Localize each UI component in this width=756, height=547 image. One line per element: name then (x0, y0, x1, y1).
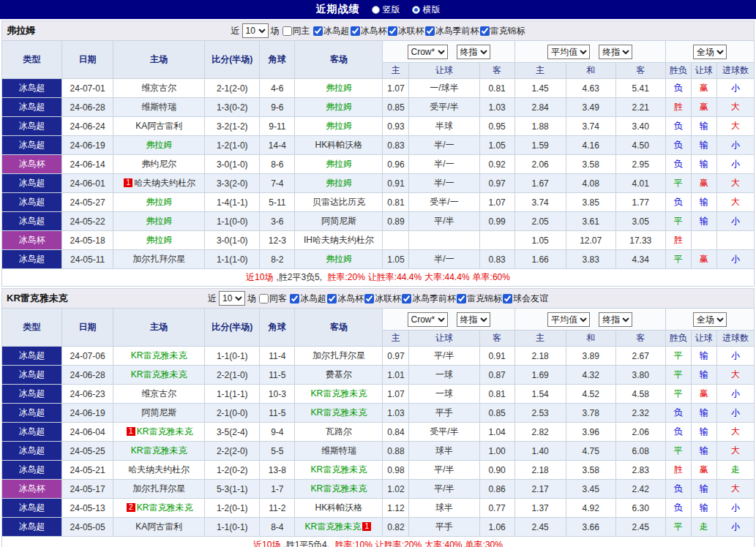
home-team-name[interactable]: 弗约尼尔 (141, 159, 176, 169)
home-team-name[interactable]: KR雷克雅未克 (131, 369, 187, 380)
home-team: 弗约尼尔 (113, 155, 205, 174)
away-team-name[interactable]: KR雷克雅未克 (311, 464, 367, 475)
home-team-name[interactable]: 维京古尔 (141, 388, 176, 399)
away-odds: 0.87 (479, 366, 514, 385)
away-odds: 0.99 (479, 212, 514, 231)
league-checkbox[interactable] (425, 26, 435, 36)
home-team-name[interactable]: KR雷克雅未克 (137, 426, 193, 437)
away-team-name[interactable]: KR雷克雅未克 (311, 407, 367, 418)
league-filter[interactable]: 冰岛季前杯 (401, 293, 456, 305)
away-team-name[interactable]: 贝雷达比历克 (312, 197, 365, 207)
home-team-name[interactable]: 阿简尼斯 (141, 407, 176, 418)
final-odds-select-2[interactable]: 终指 (599, 45, 632, 59)
result-goals: 小 (716, 385, 754, 404)
away-team-name[interactable]: 费基尔 (326, 369, 352, 380)
league-filter[interactable]: 雷克锦标 (479, 25, 525, 37)
away-team: 维斯特瑞 (295, 442, 383, 461)
home-team-name[interactable]: KR雷克雅未克 (137, 502, 193, 513)
league-checkbox[interactable] (327, 294, 337, 303)
home-odds: 1.12 (383, 499, 409, 518)
away-team-name[interactable]: 弗拉姆 (326, 178, 352, 188)
sub-col-avg-draw: 和 (566, 63, 615, 79)
home-team: 2KR雷克雅未克 (113, 499, 205, 518)
same-venue-checkbox[interactable] (282, 26, 292, 36)
away-team-name[interactable]: 弗拉姆 (326, 121, 352, 131)
match-date: 24-06-28 (62, 98, 113, 117)
match-count-select[interactable]: 10 (242, 23, 269, 38)
league-filter[interactable]: 冰联杯 (364, 293, 401, 305)
summary-segment: 近10场 (253, 540, 280, 547)
home-team-name[interactable]: 弗拉姆 (146, 216, 172, 226)
league-checkbox[interactable] (480, 26, 490, 36)
league-filter[interactable]: 冰岛超 (289, 293, 326, 305)
league-checkbox[interactable] (351, 26, 360, 36)
home-team-name[interactable]: 哈夫纳夫约杜尔 (134, 178, 195, 188)
away-team-name[interactable]: KR雷克雅未克 (311, 388, 367, 399)
home-team-name[interactable]: 弗拉姆 (146, 140, 172, 150)
away-team-name[interactable]: 弗拉姆 (326, 254, 352, 264)
average-odds-select[interactable]: 平均值 (547, 312, 590, 327)
result-handicap: 输 (691, 212, 716, 231)
scope-select[interactable]: 全场 (693, 312, 727, 327)
league-checkbox[interactable] (364, 294, 374, 303)
away-odds: 0.83 (479, 250, 514, 269)
home-team-name[interactable]: 加尔扎拜尔星 (132, 483, 185, 494)
away-team-name[interactable]: 弗拉姆 (326, 83, 352, 93)
away-team-name[interactable]: HK科帕沃格 (315, 140, 363, 150)
home-team-name[interactable]: 维京古尔 (141, 83, 176, 93)
league-filter[interactable]: 冰联杯 (387, 25, 424, 37)
corner-count: 10-3 (260, 385, 295, 404)
league-checkbox[interactable] (313, 26, 323, 36)
league-filter[interactable]: 冰岛超 (312, 25, 350, 37)
league-checkbox[interactable] (402, 294, 411, 303)
away-team-name[interactable]: KR雷克雅未克 (305, 521, 362, 532)
result-winloss: 负 (665, 136, 691, 155)
layout-vertical-radio[interactable]: 竖版 (372, 4, 400, 16)
final-odds-select[interactable]: 终指 (457, 45, 490, 59)
away-team-name[interactable]: 维斯特瑞 (321, 445, 356, 456)
final-odds-select-2[interactable]: 终指 (599, 312, 632, 327)
away-team-name[interactable]: KR雷克雅未克 (311, 483, 367, 494)
away-odds (479, 231, 514, 250)
same-venue-checkbox[interactable] (259, 294, 269, 303)
away-team-name[interactable]: 弗拉姆 (326, 102, 352, 112)
final-odds-select[interactable]: 终指 (457, 312, 490, 327)
same-venue-filter[interactable]: 同主 (282, 25, 310, 37)
away-team-name[interactable]: 瓦路尔 (326, 426, 352, 437)
league-filter[interactable]: 冰岛杯 (350, 25, 387, 37)
home-team-name[interactable]: KR雷克雅未克 (131, 445, 187, 456)
league-checkbox[interactable] (388, 26, 397, 36)
league-checkbox[interactable] (457, 294, 466, 303)
odds-company-select[interactable]: Crow* (408, 312, 448, 327)
home-team-name[interactable]: KR雷克雅未克 (131, 350, 187, 361)
away-team-name[interactable]: 加尔扎拜尔星 (312, 350, 365, 361)
layout-horizontal-radio[interactable]: 横版 (412, 4, 441, 16)
result-goals: 大 (716, 98, 754, 117)
league-checkbox[interactable] (290, 294, 299, 303)
home-team-name[interactable]: 弗拉姆 (146, 235, 172, 245)
home-team-name[interactable]: KA阿古雷利 (135, 521, 182, 532)
odds-company-select[interactable]: Crow* (408, 45, 448, 59)
home-team-name[interactable]: 弗拉姆 (146, 197, 172, 207)
home-team-name[interactable]: 哈夫纳夫约杜尔 (128, 464, 190, 475)
average-odds-select[interactable]: 平均值 (547, 45, 590, 59)
away-team-name[interactable]: 弗拉姆 (326, 159, 352, 169)
home-team: 维京古尔 (113, 79, 205, 98)
same-venue-filter[interactable]: 同客 (258, 293, 287, 305)
match-count-select[interactable]: 10 (219, 291, 245, 306)
home-odds: 0.89 (383, 212, 409, 231)
league-checkbox[interactable] (503, 294, 512, 303)
away-team-name[interactable]: HK科帕沃格 (315, 502, 363, 513)
league-filter[interactable]: 冰岛杯 (326, 293, 364, 305)
league-filter[interactable]: 雷克锦标 (456, 293, 502, 305)
home-team-name[interactable]: 加尔扎拜尔星 (132, 254, 185, 264)
result-handicap: 赢 (691, 98, 716, 117)
scope-select[interactable]: 全场 (693, 45, 727, 59)
away-team-name[interactable]: IH哈夫纳夫约杜尔 (304, 235, 374, 245)
home-team-name[interactable]: 维斯特瑞 (141, 102, 176, 112)
league-filter[interactable]: 冰岛季前杯 (424, 25, 479, 37)
away-team-name[interactable]: 阿简尼斯 (321, 216, 356, 226)
home-team-name[interactable]: KA阿古雷利 (135, 121, 182, 131)
sub-col-avg-draw: 和 (566, 331, 615, 347)
league-filter[interactable]: 球会友谊 (502, 293, 548, 305)
